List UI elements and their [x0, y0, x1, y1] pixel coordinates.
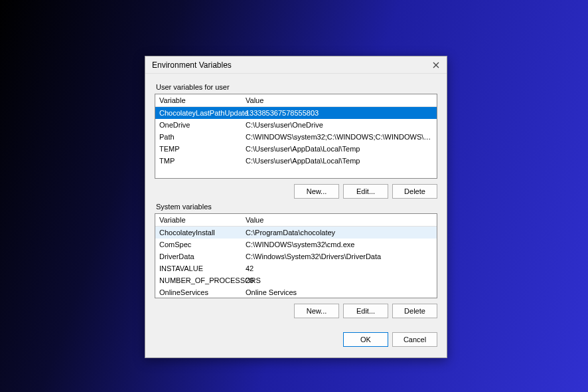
table-row[interactable]: OnlineServicesOnline Services	[155, 286, 437, 298]
col-header-value[interactable]: Value	[246, 216, 433, 224]
env-vars-dialog: Environment Variables User variables for…	[145, 56, 447, 358]
var-name: TEMP	[159, 144, 246, 154]
table-row[interactable]: TMPC:\Users\user\AppData\Local\Temp	[155, 155, 437, 167]
var-value: Online Services	[246, 287, 433, 298]
close-button[interactable]	[429, 58, 443, 72]
table-row[interactable]: INSTAVALUE42	[155, 262, 437, 274]
col-header-variable[interactable]: Variable	[159, 96, 246, 104]
var-name: OnlineServices	[159, 287, 246, 298]
close-icon	[433, 62, 439, 68]
col-header-value[interactable]: Value	[246, 96, 433, 104]
var-name: ChocolateyInstall	[159, 227, 246, 238]
table-row[interactable]: ChocolateyLastPathUpdate1333853675785558…	[155, 107, 437, 119]
user-delete-button[interactable]: Delete	[392, 184, 437, 199]
table-row[interactable]: DriverDataC:\Windows\System32\Drivers\Dr…	[155, 250, 437, 262]
system-buttons: New... Edit... Delete	[155, 304, 437, 318]
var-name: ComSpec	[159, 239, 246, 250]
cancel-button[interactable]: Cancel	[392, 332, 437, 347]
var-value: 133385367578555803	[246, 108, 433, 118]
table-row[interactable]: OneDriveC:\Users\user\OneDrive	[155, 119, 437, 131]
dialog-buttons: OK Cancel	[155, 330, 437, 347]
var-name: Path	[159, 132, 246, 142]
var-value: 42	[246, 263, 433, 274]
var-value: C:\WINDOWS\system32;C:\WINDOWS;C:\WINDOW…	[246, 132, 433, 142]
col-header-variable[interactable]: Variable	[159, 216, 246, 224]
table-row[interactable]: TEMPC:\Users\user\AppData\Local\Temp	[155, 143, 437, 155]
dialog-content: User variables for user Variable Value C…	[145, 74, 447, 357]
var-value: C:\ProgramData\chocolatey	[246, 227, 433, 238]
var-name: OneDrive	[159, 120, 246, 130]
titlebar: Environment Variables	[145, 56, 447, 74]
var-name: NUMBER_OF_PROCESSORS	[159, 275, 246, 286]
system-vars-label: System variables	[156, 203, 437, 211]
var-name: ChocolateyLastPathUpdate	[159, 108, 246, 118]
system-edit-button[interactable]: Edit...	[343, 304, 388, 318]
user-new-button[interactable]: New...	[294, 184, 339, 199]
user-vars-label: User variables for user	[156, 83, 437, 91]
var-value: C:\Users\user\AppData\Local\Temp	[246, 155, 433, 166]
var-value: C:\Windows\System32\Drivers\DriverData	[246, 251, 433, 262]
var-value: C:\WINDOWS\system32\cmd.exe	[246, 239, 433, 250]
table-row[interactable]: ChocolateyInstallC:\ProgramData\chocolat…	[155, 227, 437, 239]
user-buttons: New... Edit... Delete	[155, 184, 437, 199]
user-vars-list[interactable]: Variable Value ChocolateyLastPathUpdate1…	[155, 94, 437, 179]
var-name: DriverData	[159, 251, 246, 262]
ok-button[interactable]: OK	[343, 332, 388, 347]
table-row[interactable]: ComSpecC:\WINDOWS\system32\cmd.exe	[155, 239, 437, 250]
system-delete-button[interactable]: Delete	[392, 304, 437, 318]
system-new-button[interactable]: New...	[294, 304, 339, 318]
user-edit-button[interactable]: Edit...	[343, 184, 388, 199]
var-name: INSTAVALUE	[159, 263, 246, 274]
var-value: C:\Users\user\AppData\Local\Temp	[246, 144, 433, 154]
table-row[interactable]: NUMBER_OF_PROCESSORS20	[155, 274, 437, 286]
var-name: TMP	[159, 155, 246, 166]
dialog-title: Environment Variables	[152, 60, 232, 70]
table-row[interactable]: PathC:\WINDOWS\system32;C:\WINDOWS;C:\WI…	[155, 131, 437, 143]
var-value: C:\Users\user\OneDrive	[246, 120, 433, 130]
list-header: Variable Value	[155, 214, 437, 227]
list-header: Variable Value	[155, 94, 437, 107]
var-value: 20	[246, 275, 433, 286]
system-vars-list[interactable]: Variable Value ChocolateyInstallC:\Progr…	[155, 213, 437, 298]
